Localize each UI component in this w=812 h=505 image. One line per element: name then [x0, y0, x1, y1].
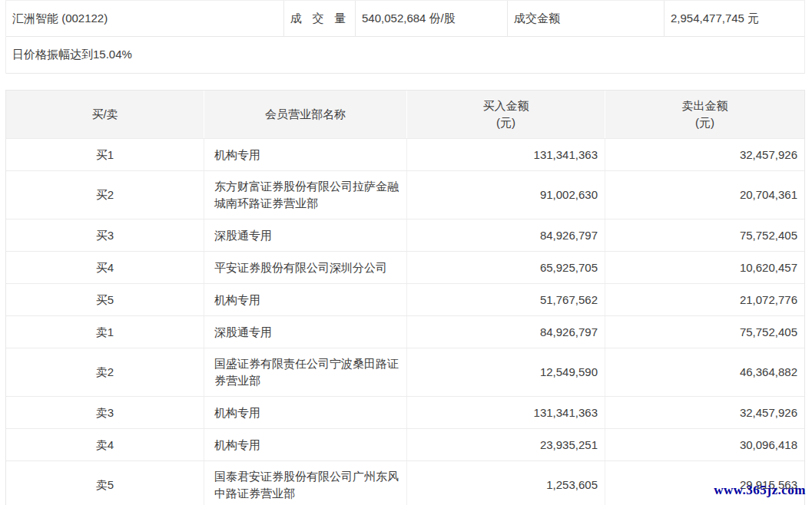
table-row: 买4 平安证券股份有限公司深圳分公司 65,925,705 10,620,457: [6, 251, 804, 283]
header-branch: 会员营业部名称: [204, 91, 407, 138]
amount-label: 成交金额: [508, 1, 665, 36]
rank-cell: 买5: [6, 284, 204, 315]
sell-amount-cell: 10,620,457: [605, 252, 804, 283]
branch-cell: 深股通专用: [204, 316, 407, 348]
table-row: 买5 机构专用 51,767,562 21,072,776: [6, 283, 804, 315]
header-buy-amount: 买入金额 (元): [407, 91, 605, 138]
table-header-row: 买/卖 会员营业部名称 买入金额 (元) 卖出金额 (元): [6, 91, 804, 138]
stock-title: 汇洲智能 (002122): [6, 1, 284, 36]
branch-cell: 机构专用: [204, 284, 407, 315]
header-side: 买/卖: [6, 91, 204, 138]
buy-amount-cell: 84,926,797: [407, 219, 605, 251]
buy-amount-cell: 91,002,630: [407, 171, 605, 219]
branch-cell: 东方财富证券股份有限公司拉萨金融城南环路证券营业部: [204, 171, 407, 219]
branch-cell: 机构专用: [204, 397, 407, 428]
rank-cell: 买4: [6, 252, 204, 283]
buy-amount-cell: 1,253,605: [407, 461, 605, 505]
site-watermark-link[interactable]: www.365jz.com: [714, 483, 806, 498]
amount-value: 2,954,477,745 元: [665, 1, 804, 36]
sell-amount-cell: 46,364,882: [605, 348, 804, 396]
header-sell-amount: 卖出金额 (元): [605, 91, 804, 138]
table-row: 卖3 机构专用 131,341,363 32,457,926: [6, 396, 804, 428]
buy-amount-cell: 131,341,363: [407, 397, 605, 428]
buy-amount-cell: 51,767,562: [407, 284, 605, 315]
table-row: 卖4 机构专用 23,935,251 30,096,418: [6, 428, 804, 460]
buy-amount-cell: 131,341,363: [407, 139, 605, 170]
volume-label: 成交量: [290, 12, 346, 26]
header-buy-amount-unit: (元): [496, 114, 515, 131]
branch-cell: 国泰君安证券股份有限公司广州东风中路证券营业部: [204, 461, 407, 505]
rank-cell: 买3: [6, 219, 204, 251]
stock-summary-bar: 汇洲智能 (002122) 成交量 540,052,684 份/股 成交金额 2…: [5, 0, 805, 74]
sell-amount-cell: 20,704,361: [605, 171, 804, 219]
sell-amount-cell: 30,096,418: [605, 429, 804, 460]
rank-cell: 买2: [6, 171, 204, 219]
header-sell-amount-unit: (元): [695, 114, 714, 131]
rank-cell: 卖2: [6, 348, 204, 396]
table-row: 卖2 国盛证券有限责任公司宁波桑田路证券营业部 12,549,590 46,36…: [6, 348, 804, 396]
buy-amount-cell: 23,935,251: [407, 429, 605, 460]
broker-seats-table: 买/卖 会员营业部名称 买入金额 (元) 卖出金额 (元) 买1 机构专用 13…: [5, 90, 805, 505]
sell-amount-cell: 75,752,405: [605, 316, 804, 348]
header-sell-amount-label: 卖出金额: [682, 97, 728, 114]
buy-amount-cell: 12,549,590: [407, 348, 605, 396]
rank-cell: 卖4: [6, 429, 204, 460]
header-buy-amount-label: 买入金额: [483, 97, 529, 114]
branch-cell: 深股通专用: [204, 219, 407, 251]
sell-amount-cell: 32,457,926: [605, 139, 804, 170]
table-row: 买1 机构专用 131,341,363 32,457,926: [6, 138, 804, 170]
table-row: 卖5 国泰君安证券股份有限公司广州东风中路证券营业部 1,253,605 29,…: [6, 460, 804, 505]
rank-cell: 卖3: [6, 397, 204, 428]
branch-cell: 机构专用: [204, 429, 407, 460]
rank-cell: 卖1: [6, 316, 204, 348]
branch-cell: 平安证券股份有限公司深圳分公司: [204, 252, 407, 283]
summary-row: 汇洲智能 (002122) 成交量 540,052,684 份/股 成交金额 2…: [6, 1, 804, 37]
rank-cell: 买1: [6, 139, 204, 170]
branch-cell: 国盛证券有限责任公司宁波桑田路证券营业部: [204, 348, 407, 396]
buy-amount-cell: 84,926,797: [407, 316, 605, 348]
sell-amount-cell: 21,072,776: [605, 284, 804, 315]
sell-amount-cell: 75,752,405: [605, 219, 804, 251]
table-row: 买3 深股通专用 84,926,797 75,752,405: [6, 219, 804, 251]
price-swing-notice: 日价格振幅达到15.04%: [6, 37, 804, 74]
volume-value: 540,052,684 份/股: [356, 1, 508, 36]
branch-cell: 机构专用: [204, 139, 407, 170]
rank-cell: 卖5: [6, 461, 204, 505]
buy-amount-cell: 65,925,705: [407, 252, 605, 283]
table-row: 卖1 深股通专用 84,926,797 75,752,405: [6, 315, 804, 348]
table-row: 买2 东方财富证券股份有限公司拉萨金融城南环路证券营业部 91,002,630 …: [6, 170, 804, 219]
sell-amount-cell: 32,457,926: [605, 397, 804, 428]
